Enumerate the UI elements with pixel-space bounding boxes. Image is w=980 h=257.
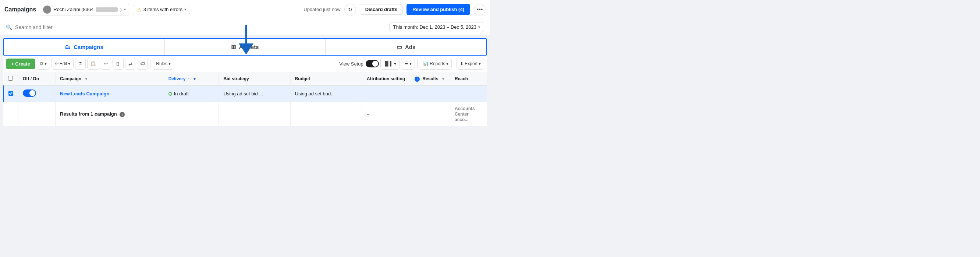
toolbar: + Create ⧉ ▾ ✏ Edit ▾ ⚗ 📋 ↩ 🗑 ⇄ 🏷 R: [3, 56, 487, 72]
table-row: New Leads Campaign In draft Using ad set…: [4, 86, 487, 102]
reports-chevron-icon: ▾: [446, 61, 449, 66]
select-all-header[interactable]: [4, 72, 18, 86]
row-checkbox[interactable]: [8, 91, 13, 96]
accounts-center-text: Accounts Center acco...: [455, 106, 475, 122]
view-setup: View Setup: [339, 60, 379, 67]
tab-ads[interactable]: ▭ Ads: [326, 39, 486, 55]
summary-attribution-dash: –: [367, 111, 369, 117]
tab-adsets[interactable]: ⊞ Ad sets: [165, 39, 326, 55]
reach-cell: –: [450, 86, 487, 102]
summary-budget: [290, 102, 362, 126]
share-button[interactable]: ⇄: [125, 58, 135, 70]
export-icon: ⬇: [460, 61, 463, 66]
tag-button[interactable]: 🏷: [137, 58, 148, 70]
date-chevron-icon: ▾: [478, 25, 480, 29]
export-chevron-icon: ▾: [479, 61, 481, 66]
results-chevron-icon: ▼: [441, 76, 445, 81]
undo-button[interactable]: ↩: [101, 58, 111, 70]
delivery-sort-icon: ↑: [188, 77, 190, 81]
toolbar-divider3: [454, 59, 454, 68]
tabs-row: 🗂 Campaigns ⊞ Ad sets ▭ Ads: [3, 38, 487, 56]
errors-chevron-icon: ▾: [184, 7, 186, 11]
attribution-dash: –: [367, 91, 369, 96]
app-title: Campaigns: [5, 6, 36, 13]
discard-drafts-button[interactable]: Discard drafts: [360, 4, 403, 15]
export-label: Export: [465, 61, 477, 66]
delete-button[interactable]: 🗑: [113, 58, 124, 70]
results-info-icon[interactable]: i: [415, 77, 420, 82]
view-setup-toggle[interactable]: [366, 60, 379, 67]
tag-icon: 🏷: [140, 61, 145, 66]
reports-icon: 📊: [423, 61, 429, 66]
more-icon: •••: [477, 6, 483, 13]
summary-reach: Accounts Center acco...: [450, 102, 487, 126]
reports-button[interactable]: 📊 Reports ▾: [420, 58, 452, 70]
summary-toggle: [18, 102, 56, 126]
delivery-label: In draft: [174, 91, 189, 96]
ads-tab-label: Ads: [405, 44, 415, 50]
search-icon: 🔍: [6, 24, 12, 30]
rules-button[interactable]: Rules ▾: [153, 58, 174, 70]
campaigns-table: Off / On Campaign ▼ Delivery ↑ ▼ Bid str…: [3, 72, 487, 126]
errors-label: 3 items with errors: [143, 6, 183, 12]
reach-dash: –: [455, 91, 457, 96]
errors-badge[interactable]: ⚠ 3 items with errors ▾: [133, 5, 190, 14]
summary-select: [4, 102, 18, 126]
copy-button[interactable]: 📋: [87, 58, 99, 70]
search-input[interactable]: [15, 24, 199, 30]
more-options-button[interactable]: •••: [474, 4, 485, 16]
summary-info-icon[interactable]: i: [119, 112, 125, 117]
refresh-button[interactable]: ↻: [344, 4, 356, 16]
updated-text: Updated just now: [304, 6, 340, 12]
account-id-blur: [95, 7, 118, 12]
flask-icon: ⚗: [78, 61, 83, 66]
campaigns-tab-label: Campaigns: [73, 44, 103, 50]
campaigns-tab-icon: 🗂: [65, 44, 71, 50]
summary-bid: [219, 102, 290, 126]
bid-cell: Using ad set bid ...: [219, 86, 290, 102]
select-all-checkbox[interactable]: [8, 76, 13, 81]
toggle-cell[interactable]: [18, 86, 56, 102]
summary-delivery: [164, 102, 219, 126]
review-publish-button[interactable]: Review and publish (4): [406, 4, 470, 15]
campaign-sort-icon[interactable]: ▼: [84, 76, 88, 81]
campaign-link[interactable]: New Leads Campaign: [60, 91, 109, 96]
column-layout-icon: ▐▌▌: [384, 61, 393, 66]
column-layout-button[interactable]: ▐▌▌ ▾: [380, 58, 400, 70]
edit-button[interactable]: ✏ Edit ▾: [51, 58, 74, 70]
export-button[interactable]: ⬇ Export ▾: [457, 58, 484, 70]
toggle-header: Off / On: [18, 72, 56, 86]
search-bar: 🔍 This month: Dec 1, 2023 – Dec 5, 2023 …: [0, 19, 490, 35]
edit-label: Edit: [60, 61, 67, 66]
row-layout-button[interactable]: ☰ ▾: [401, 58, 415, 70]
budget-header: Budget: [290, 72, 362, 86]
rules-label: Rules: [156, 61, 167, 66]
create-button[interactable]: + Create: [6, 59, 35, 69]
account-selector[interactable]: Rochi Zalani (8364 ) ▾: [40, 4, 129, 16]
table-header-row: Off / On Campaign ▼ Delivery ↑ ▼ Bid str…: [4, 72, 487, 86]
summary-label-cell: Results from 1 campaign i: [56, 102, 164, 126]
edit-chevron-icon: ▾: [68, 61, 70, 66]
toolbar-divider2: [417, 59, 418, 68]
delivery-cell: In draft: [164, 86, 219, 102]
copy-icon: 📋: [91, 61, 96, 66]
campaign-toggle[interactable]: [23, 89, 36, 97]
results-cell: [410, 86, 450, 102]
tab-campaigns[interactable]: 🗂 Campaigns: [4, 39, 165, 55]
date-filter[interactable]: This month: Dec 1, 2023 – Dec 5, 2023 ▾: [389, 22, 484, 32]
avatar: [43, 6, 51, 14]
attribution-cell: –: [362, 86, 410, 102]
col-layout-chevron-icon: ▾: [394, 61, 396, 66]
top-bar: Campaigns Rochi Zalani (8364 ) ▾ ⚠ 3 ite…: [0, 0, 490, 19]
row-select-cell[interactable]: [4, 86, 18, 102]
ads-tab-icon: ▭: [396, 43, 402, 50]
summary-row: Results from 1 campaign i – Accounts Cen…: [4, 102, 487, 126]
summary-label: Results from 1 campaign: [60, 111, 117, 117]
rules-chevron-icon: ▾: [169, 61, 171, 66]
delivery-chevron-icon: ▼: [192, 76, 197, 81]
campaign-name-cell: New Leads Campaign: [56, 86, 164, 102]
row-layout-chevron-icon: ▾: [409, 61, 412, 66]
delivery-header[interactable]: Delivery ↑ ▼: [164, 72, 219, 86]
flask-button[interactable]: ⚗: [75, 58, 86, 70]
duplicate-button[interactable]: ⧉ ▾: [37, 58, 50, 70]
